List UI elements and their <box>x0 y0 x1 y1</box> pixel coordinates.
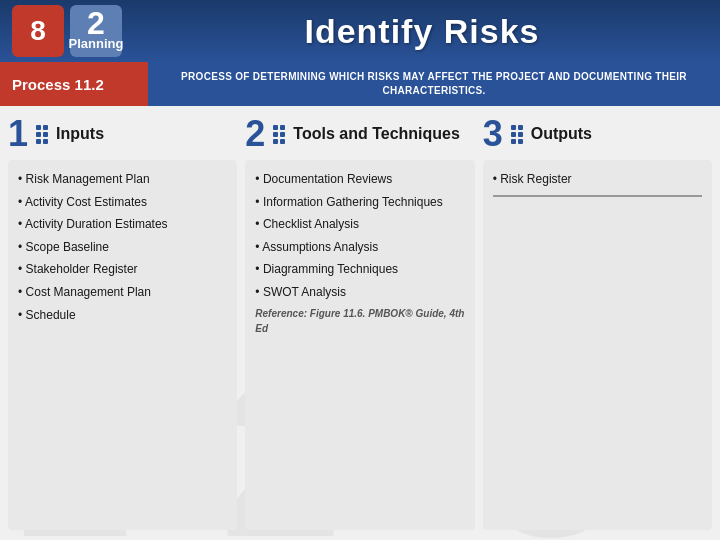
planning-label: Planning <box>69 36 124 51</box>
page-title: Identify Risks <box>136 12 708 51</box>
list-item: Checklist Analysis <box>255 215 464 234</box>
col-dots-3 <box>511 125 523 144</box>
col-body-inputs: Risk Management Plan Activity Cost Estim… <box>8 160 237 530</box>
col-dots-1 <box>36 125 48 144</box>
risk-number: 8 <box>30 15 46 47</box>
divider <box>493 195 702 197</box>
col-title-tools: Tools and Techniques <box>293 124 460 143</box>
col-header-inputs: 1 Inputs <box>8 116 237 152</box>
list-item: Activity Duration Estimates <box>18 215 227 234</box>
col-body-outputs: Risk Register <box>483 160 712 530</box>
list-item: Stakeholder Register <box>18 260 227 279</box>
main-content: 1 2 3 1 Inputs Risk Management Plan Acti… <box>0 106 720 540</box>
inputs-list: Risk Management Plan Activity Cost Estim… <box>18 170 227 324</box>
col-body-tools: Documentation Reviews Information Gather… <box>245 160 474 530</box>
col-number-3: 3 <box>483 116 503 152</box>
list-item: Information Gathering Techniques <box>255 193 464 212</box>
header: 8 2 Planning Identify Risks <box>0 0 720 62</box>
col-header-tools: 2 Tools and Techniques <box>245 116 474 152</box>
col-number-2: 2 <box>245 116 265 152</box>
outputs-extra <box>493 203 702 220</box>
subheader: Process 11.2 PROCESS OF DETERMINING WHIC… <box>0 62 720 106</box>
column-tools: 2 Tools and Techniques Documentation Rev… <box>245 116 474 530</box>
planning-badge: 2 Planning <box>70 5 122 57</box>
col-number-1: 1 <box>8 116 28 152</box>
list-item: Diagramming Techniques <box>255 260 464 279</box>
col-dots-2 <box>273 125 285 144</box>
list-item: Risk Register <box>493 170 702 189</box>
list-item: Activity Cost Estimates <box>18 193 227 212</box>
list-item: Cost Management Plan <box>18 283 227 302</box>
list-item: Schedule <box>18 306 227 325</box>
col-title-outputs: Outputs <box>531 124 592 143</box>
process-label: Process 11.2 <box>0 62 148 106</box>
list-item: Documentation Reviews <box>255 170 464 189</box>
outputs-list: Risk Register <box>493 170 702 189</box>
tools-list: Documentation Reviews Information Gather… <box>255 170 464 302</box>
risk-badge: 8 <box>12 5 64 57</box>
column-inputs: 1 Inputs Risk Management Plan Activity C… <box>8 116 237 530</box>
list-item: SWOT Analysis <box>255 283 464 302</box>
reference-note: Reference: Figure 11.6. PMBOK® Guide, 4t… <box>255 306 464 337</box>
planning-number: 2 <box>70 7 122 39</box>
reference-text: Reference: Figure 11.6. PMBOK® Guide, 4t… <box>255 308 464 335</box>
process-description: PROCESS OF DETERMINING WHICH RISKS MAY A… <box>148 66 720 102</box>
list-item: Risk Management Plan <box>18 170 227 189</box>
col-title-inputs: Inputs <box>56 124 104 143</box>
list-item: Assumptions Analysis <box>255 238 464 257</box>
column-outputs: 3 Outputs Risk Register <box>483 116 712 530</box>
col-header-outputs: 3 Outputs <box>483 116 712 152</box>
list-item: Scope Baseline <box>18 238 227 257</box>
